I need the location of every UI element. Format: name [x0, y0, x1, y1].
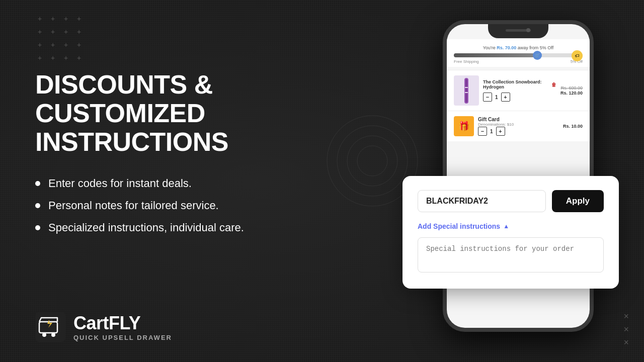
logo-tagline-text: QUICK UPSELL DRAWER [73, 334, 172, 341]
gift-card-price: Rs. 10.00 [563, 124, 583, 129]
gift-card-denomination: Denominations: $10 [478, 122, 559, 127]
gift-price: Rs. 10.00 [563, 124, 583, 129]
bullet-item-3: Specialized instructions, individual car… [35, 221, 347, 234]
progress-labels: Free Shipping 5% Off [454, 59, 583, 64]
bullet-text-1: Enter codes for instant deals. [48, 177, 192, 190]
coupon-row: Apply [418, 190, 604, 212]
gift-card-name: Gift Card [478, 117, 559, 122]
logo-area: CartFLY QUICK UPSELL DRAWER [35, 312, 172, 342]
floating-panel: Apply Add Special instructions ▲ [403, 176, 619, 289]
gift-qty-increase-btn[interactable]: + [496, 127, 505, 136]
cartfly-logo-icon [35, 312, 65, 342]
special-instructions-textarea[interactable] [418, 237, 604, 273]
svg-point-2 [42, 333, 46, 337]
bullet-text-2: Personal notes for tailored service. [48, 199, 219, 212]
progress-section: You're Rs. 70.00 away from 5% Off 🛒 🏷 Fr… [447, 39, 590, 67]
progress-text: You're Rs. 70.00 away from 5% Off [454, 45, 583, 50]
bullet-dot [35, 225, 40, 230]
logo-text: CartFLY QUICK UPSELL DRAWER [73, 313, 172, 341]
original-price: Rs. 600.00 [560, 85, 583, 90]
progress-track: 🛒 🏷 [454, 53, 583, 57]
x-mark-2: × [623, 325, 629, 334]
svg-rect-9 [465, 79, 467, 103]
apply-button[interactable]: Apply [552, 190, 604, 212]
snowboard-details: The Collection Snowboard: Hydrogen 🗑 − 1… [483, 79, 556, 102]
bullet-item-1: Enter codes for instant deals. [35, 177, 347, 190]
left-content: DISCOUNTS & CUSTOMIZED INSTRUCTIONS Ente… [35, 70, 347, 234]
coupon-input[interactable] [418, 190, 546, 212]
snowboard-name: The Collection Snowboard: Hydrogen 🗑 [483, 79, 556, 89]
svg-rect-11 [465, 92, 468, 93]
phone-notch [488, 24, 548, 38]
gift-card-thumbnail: 🎁 [454, 116, 474, 136]
gift-card-item: 🎁 Gift Card Denominations: $10 − 1 + Rs.… [447, 111, 590, 141]
chevron-up-icon: ▲ [503, 223, 509, 230]
x-marks-decoration: × × × [623, 312, 629, 347]
bullet-item-2: Personal notes for tailored service. [35, 199, 347, 212]
bullet-dot [35, 181, 40, 186]
bullet-text-3: Specialized instructions, individual car… [48, 221, 244, 234]
cart-item-1: The Collection Snowboard: Hydrogen 🗑 − 1… [447, 70, 590, 111]
progress-thumb: 🛒 [533, 51, 542, 60]
qty-increase-btn[interactable]: + [501, 93, 510, 102]
snowboard-thumbnail [454, 75, 479, 106]
snowboard-price: Rs. 600.00 Rs. 120.00 [560, 85, 583, 96]
main-title: DISCOUNTS & CUSTOMIZED INSTRUCTIONS [35, 70, 347, 157]
snowboard-qty: − 1 + [483, 93, 556, 102]
progress-fill [454, 53, 537, 57]
svg-point-3 [51, 333, 55, 337]
phone-camera [526, 28, 530, 32]
bullet-dot [35, 203, 40, 208]
gift-qty: − 1 + [478, 127, 559, 136]
progress-badge: 🏷 [572, 50, 583, 61]
x-mark-3: × [623, 338, 629, 347]
plus-grid-decoration: ++++ ++++ ++++ ++++ [35, 14, 84, 62]
qty-decrease-btn[interactable]: − [483, 93, 492, 102]
progress-label-left: Free Shipping [454, 59, 479, 64]
x-mark-1: × [623, 312, 629, 321]
special-instructions-toggle[interactable]: Add Special instructions ▲ [418, 222, 604, 230]
gift-card-details: Gift Card Denominations: $10 − 1 + [478, 117, 559, 136]
sale-price: Rs. 120.00 [560, 90, 583, 96]
gift-qty-decrease-btn[interactable]: − [478, 127, 487, 136]
feature-list: Enter codes for instant deals. Personal … [35, 177, 347, 234]
qty-value: 1 [495, 95, 498, 100]
delete-snowboard-icon: 🗑 [551, 82, 556, 87]
svg-rect-10 [465, 87, 468, 88]
special-instructions-label: Add Special instructions [418, 222, 500, 230]
logo-brand-name: CartFLY [73, 313, 172, 334]
gift-qty-value: 1 [490, 129, 493, 134]
progress-amount: Rs. 70.00 [497, 45, 516, 50]
